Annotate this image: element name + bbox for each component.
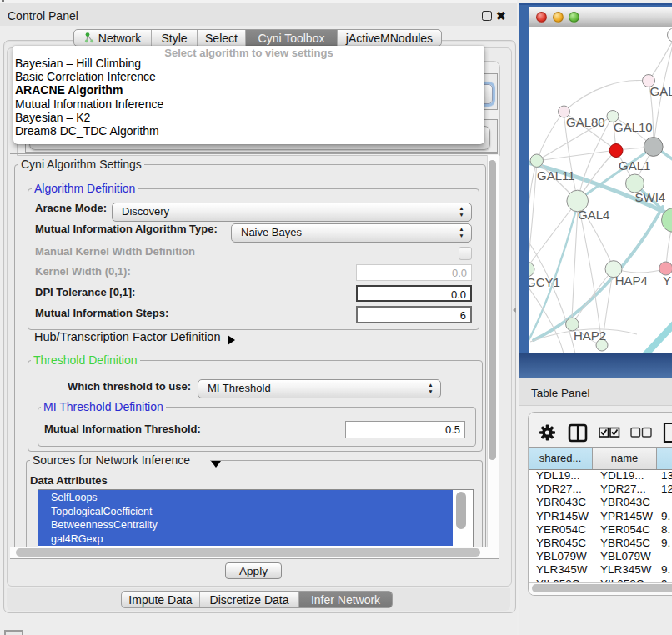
svg-text:Y: Y [663,273,671,288]
svg-text:GAL4: GAL4 [578,208,609,222]
svg-text:HAP4: HAP4 [615,273,648,288]
svg-text:HAP2: HAP2 [574,328,606,342]
svg-text:GAL80: GAL80 [566,115,605,129]
svg-text:GAL11: GAL11 [537,168,575,182]
svg-text:GAL: GAL [650,84,672,98]
svg-text:GAL1: GAL1 [619,158,650,172]
svg-text:SWI4: SWI4 [635,190,666,204]
svg-text:GAL10: GAL10 [614,120,653,134]
svg-text:GCY1: GCY1 [529,275,560,289]
